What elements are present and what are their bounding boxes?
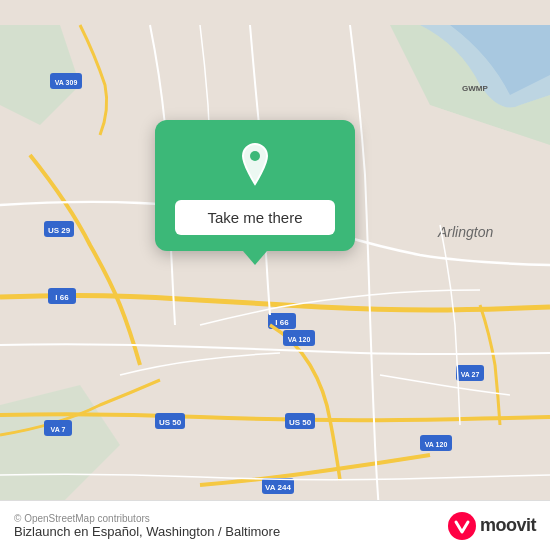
bottom-bar: © OpenStreetMap contributors Bizlaunch e… [0, 500, 550, 550]
svg-text:I 66: I 66 [275, 318, 289, 327]
take-me-there-button[interactable]: Take me there [175, 200, 335, 235]
location-pin-icon [231, 140, 279, 188]
svg-text:VA 7: VA 7 [51, 426, 66, 433]
bottom-left-info: © OpenStreetMap contributors Bizlaunch e… [14, 513, 280, 539]
openstreetmap-credit: © OpenStreetMap contributors [14, 513, 280, 524]
svg-text:GWMP: GWMP [462, 84, 488, 93]
svg-text:VA 27: VA 27 [461, 371, 480, 378]
svg-text:VA 120: VA 120 [288, 336, 311, 343]
svg-text:VA 244: VA 244 [265, 483, 291, 492]
svg-text:US 50: US 50 [159, 418, 182, 427]
svg-text:US 29: US 29 [48, 226, 71, 235]
svg-point-29 [448, 512, 476, 540]
moovit-icon [448, 512, 476, 540]
svg-point-28 [250, 151, 260, 161]
app-title: Bizlaunch en Español, Washington / Balti… [14, 524, 280, 539]
svg-text:VA 309: VA 309 [55, 79, 78, 86]
location-icon-wrapper [229, 138, 281, 190]
map-container: I 66 I 66 US 50 US 50 VA 244 VA 120 VA 1… [0, 0, 550, 550]
svg-text:US 50: US 50 [289, 418, 312, 427]
map-background: I 66 I 66 US 50 US 50 VA 244 VA 120 VA 1… [0, 0, 550, 550]
svg-text:I 66: I 66 [55, 293, 69, 302]
svg-text:VA 120: VA 120 [425, 441, 448, 448]
moovit-logo: moovit [448, 512, 536, 540]
svg-text:Arlington: Arlington [437, 224, 493, 240]
moovit-text: moovit [480, 515, 536, 536]
popup-card: Take me there [155, 120, 355, 251]
